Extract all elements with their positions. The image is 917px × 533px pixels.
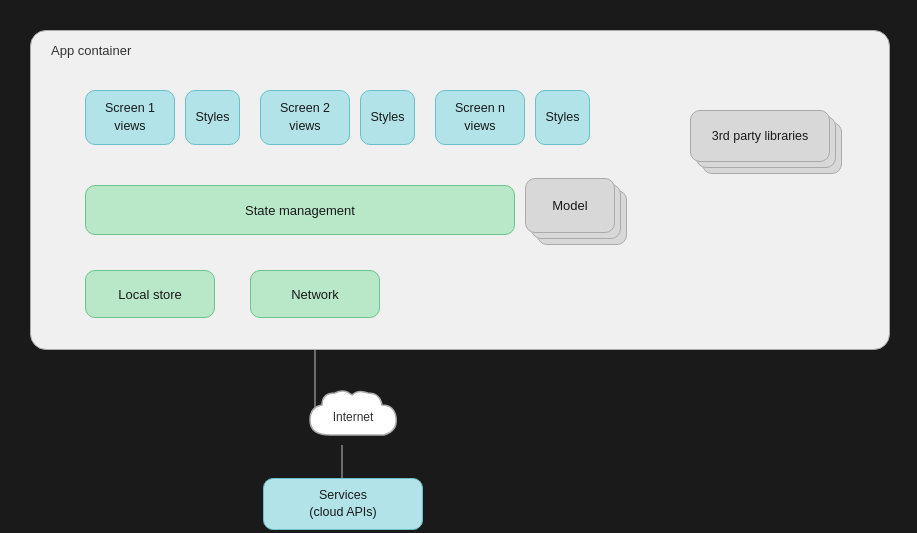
model-card-front: Model — [525, 178, 615, 233]
network-box: Network — [250, 270, 380, 318]
styles1-box: Styles — [185, 90, 240, 145]
state-management-box: State management — [85, 185, 515, 235]
cloud-svg: Internet — [300, 385, 420, 450]
screenn-box: Screen n views — [435, 90, 525, 145]
screen2-box: Screen 2 views — [260, 90, 350, 145]
app-container-label: App container — [51, 43, 131, 58]
third-card-front: 3rd party libraries — [690, 110, 830, 162]
local-store-box: Local store — [85, 270, 215, 318]
stylesn-box: Styles — [535, 90, 590, 145]
styles2-box: Styles — [360, 90, 415, 145]
services-box: Services (cloud APIs) — [263, 478, 423, 530]
diagram: App container Screen 1 views Styles Scre… — [30, 30, 887, 503]
svg-text:Internet: Internet — [333, 410, 374, 424]
screen1-box: Screen 1 views — [85, 90, 175, 145]
internet-cloud: Internet — [300, 385, 420, 454]
